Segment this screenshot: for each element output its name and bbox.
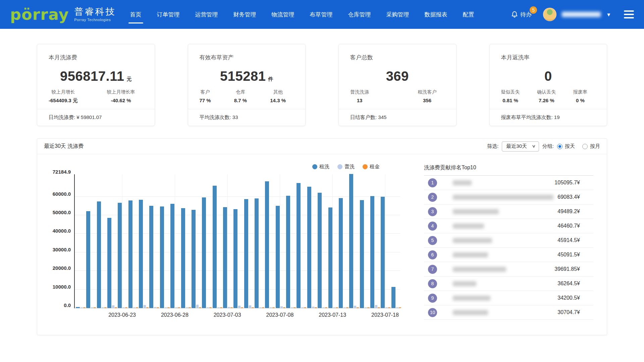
bar-租金 — [262, 307, 264, 308]
nav-item-7[interactable]: 仓库管理 — [347, 7, 372, 22]
bar-普洗 — [333, 307, 335, 308]
bar-租金 — [293, 307, 296, 308]
bar-租洗 — [286, 196, 290, 308]
filters: 筛选: 最近30天 ∨ 分组: 按天按月 — [487, 141, 600, 152]
card-footer: 日结客户数: 345 — [339, 109, 456, 126]
x-gridline — [175, 174, 175, 308]
username-redacted[interactable] — [562, 12, 601, 17]
bar-租洗 — [244, 199, 248, 308]
contribution-value: 69083.4¥ — [557, 194, 580, 200]
bar-租洗 — [223, 207, 227, 308]
bell-icon — [511, 11, 518, 18]
bar-租金 — [325, 307, 327, 308]
contribution-value: 105095.7¥ — [554, 180, 580, 186]
nav-item-10[interactable]: 配置 — [462, 7, 475, 22]
stat-card-1: 本月洗涤费956817.11元较上月增长-654409.3 元较上月增长率-40… — [37, 44, 155, 126]
nav-item-2[interactable]: 订单管理 — [156, 7, 180, 22]
nav-item-5[interactable]: 物流管理 — [271, 7, 295, 22]
card-value-row: 369 — [339, 69, 456, 84]
bar-租金 — [220, 307, 222, 308]
x-gridline — [280, 174, 280, 308]
bar-租洗 — [276, 206, 280, 308]
x-axis-label: 2023-07-13 — [309, 312, 356, 318]
legend-label: 租金 — [370, 164, 380, 170]
card-substat: 其他14.3 % — [270, 89, 286, 103]
bar-租洗 — [202, 197, 206, 308]
todo-button[interactable]: 待办 5 — [511, 11, 535, 18]
bar-普洗 — [312, 307, 314, 308]
substat-label: 较上月增长 — [49, 89, 78, 95]
card-unit: 件 — [268, 76, 273, 82]
bar-租洗 — [370, 196, 374, 308]
bar-租金 — [378, 307, 380, 308]
radio-option-2[interactable]: 按月 — [582, 143, 600, 149]
substat-label: 仓库 — [234, 89, 247, 95]
bar-chart: 0.010000.020000.030000.040000.050000.060… — [74, 174, 400, 308]
rank-badge: 7 — [428, 265, 437, 274]
nav-item-8[interactable]: 采购管理 — [386, 7, 410, 22]
y-axis-label: 50000.0 — [37, 209, 71, 215]
filter-label: 筛选: — [487, 143, 498, 149]
bar-租洗 — [213, 186, 217, 308]
bar-租金 — [83, 307, 86, 308]
date-range-select[interactable]: 最近30天 ∨ — [502, 141, 539, 152]
logo-cn-name: 普睿科技 — [74, 7, 116, 17]
bar-租洗 — [233, 209, 237, 308]
stat-cards-row: 本月洗涤费956817.11元较上月增长-654409.3 元较上月增长率-40… — [37, 44, 607, 126]
nav-item-3[interactable]: 运营管理 — [195, 7, 219, 22]
avatar[interactable] — [543, 8, 556, 21]
bar-租洗 — [297, 183, 301, 308]
rank-badge: 6 — [428, 250, 437, 259]
customer-name-redacted — [453, 310, 488, 315]
radio-icon — [582, 144, 588, 149]
bar-普洗 — [217, 307, 220, 308]
bar-租金 — [357, 307, 359, 308]
customer-name-redacted — [453, 195, 553, 200]
bar-租金 — [94, 307, 96, 308]
bar-租洗 — [328, 207, 332, 308]
bar-普洗 — [207, 307, 209, 308]
card-substat: 疑似丢失0.81 % — [501, 89, 520, 103]
bar-普洗 — [301, 307, 304, 308]
bar-普洗 — [396, 307, 398, 308]
nav-item-4[interactable]: 财务管理 — [233, 7, 257, 22]
nav-item-9[interactable]: 数据报表 — [424, 7, 448, 22]
y-axis-label: 40000.0 — [37, 228, 71, 234]
y-axis-label: 60000.0 — [37, 191, 71, 196]
legend-item-租金[interactable]: 租金 — [363, 164, 380, 170]
nav-item-1[interactable]: 首页 — [129, 7, 142, 22]
customer-name-redacted — [453, 281, 476, 286]
bar-普洗 — [385, 307, 388, 308]
bar-租金 — [241, 307, 243, 308]
x-axis-label: 2023-07-03 — [204, 312, 251, 318]
menu-icon[interactable] — [624, 10, 634, 18]
bar-租金 — [367, 307, 370, 308]
bar-租金 — [178, 307, 180, 308]
rank-badge: 10 — [428, 308, 437, 317]
x-gridline — [122, 174, 122, 308]
bar-租洗 — [381, 197, 385, 308]
bar-租金 — [125, 307, 127, 308]
radio-option-1[interactable]: 按天 — [557, 143, 575, 149]
card-footer: 平均洗涤次数: 33 — [188, 109, 306, 126]
panel-header: 最近30天 洗涤费 筛选: 最近30天 ∨ 分组: 按天按月 — [37, 139, 607, 154]
panel-title: 最近30天 洗涤费 — [44, 143, 84, 150]
bar-租金 — [115, 307, 117, 308]
date-range-value: 最近30天 — [506, 143, 527, 149]
bar-普洗 — [270, 307, 272, 308]
legend-item-普洗[interactable]: 普洗 — [337, 164, 355, 170]
contribution-value: 46460.7¥ — [557, 223, 580, 229]
bar-租金 — [209, 307, 212, 308]
bar-租洗 — [349, 174, 353, 308]
card-value-row: 0 — [490, 69, 607, 84]
chevron-down-icon[interactable]: ▼ — [606, 12, 611, 17]
todo-count-badge: 5 — [530, 6, 537, 14]
legend-item-租洗[interactable]: 租洗 — [312, 164, 329, 170]
top10-row: 269083.4¥ — [424, 190, 593, 204]
bar-普洗 — [365, 307, 367, 308]
top10-row: 349489.2¥ — [424, 204, 593, 219]
nav-item-6[interactable]: 布草管理 — [309, 7, 333, 22]
bar-租洗 — [149, 206, 153, 308]
y-axis-label: 20000.0 — [37, 265, 71, 271]
radio-label: 按天 — [565, 143, 575, 149]
